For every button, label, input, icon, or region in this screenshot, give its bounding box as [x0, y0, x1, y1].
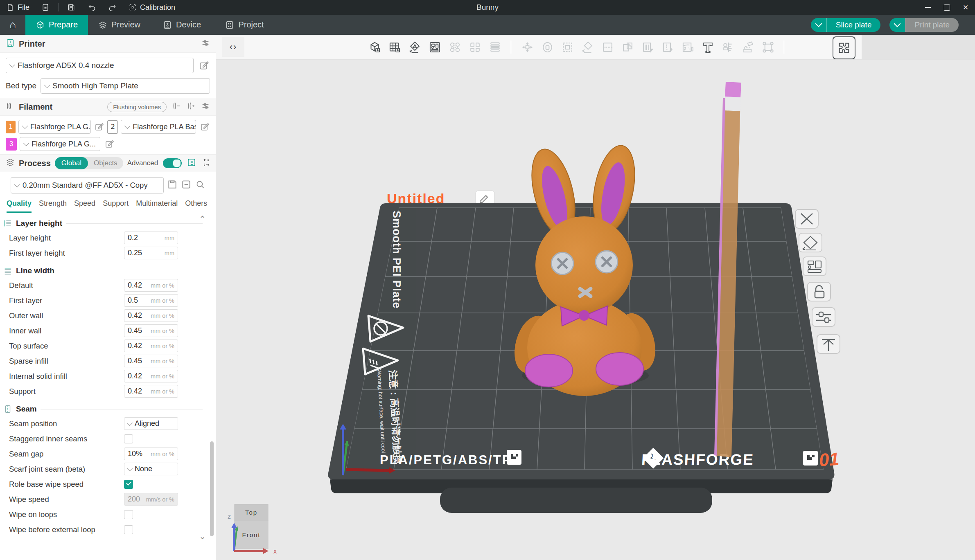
- edit-filament-3-button[interactable]: [103, 138, 115, 150]
- seam-position-select[interactable]: Aligned: [124, 417, 178, 430]
- undo-button[interactable]: [81, 0, 102, 15]
- move-button[interactable]: [520, 40, 535, 54]
- remove-preset-icon[interactable]: [181, 179, 192, 191]
- slice-plate-button[interactable]: Slice plate: [811, 18, 881, 32]
- lock-plate-button[interactable]: [808, 282, 831, 301]
- line-width-support-input[interactable]: 0.42mm or %: [124, 385, 178, 398]
- close-button[interactable]: ✕: [956, 0, 975, 15]
- mirror-button[interactable]: [620, 40, 635, 54]
- scroll-up-caret[interactable]: ⌃: [199, 214, 206, 224]
- layer-height-input[interactable]: 0.2mm: [124, 232, 178, 244]
- home-button[interactable]: ⌂: [0, 15, 25, 35]
- add-object-button[interactable]: [367, 40, 382, 54]
- notes-button[interactable]: [35, 0, 56, 15]
- filament-2-select[interactable]: Flashforge PLA Basic: [121, 120, 196, 134]
- seam-gap-input[interactable]: 10%mm or %: [124, 448, 178, 460]
- filament-1-select[interactable]: Flashforge PLA G...: [18, 120, 91, 134]
- scale-button[interactable]: [560, 40, 575, 54]
- filament-1-swatch[interactable]: 1: [6, 121, 16, 133]
- printer-settings-icon[interactable]: [201, 38, 210, 49]
- filament-2-swatch[interactable]: 2: [107, 120, 118, 134]
- add-filament-icon[interactable]: [186, 101, 196, 112]
- scrollbar-thumb[interactable]: [210, 441, 214, 536]
- tab-strength[interactable]: Strength: [39, 199, 67, 213]
- tab-prepare[interactable]: Prepare: [25, 15, 88, 35]
- delete-plate-button[interactable]: [795, 209, 818, 228]
- line-width-default-input[interactable]: 0.42mm or %: [124, 279, 178, 292]
- rotate-button[interactable]: [540, 40, 555, 54]
- bounding-box-button[interactable]: [761, 40, 775, 54]
- parameter-scroll-area[interactable]: Layer height Layer height 0.2mm First la…: [0, 213, 216, 542]
- seam-paint-button[interactable]: [660, 40, 675, 54]
- wipe-on-loops-checkbox[interactable]: [124, 510, 133, 519]
- tab-project[interactable]: Project: [213, 15, 276, 35]
- compare-presets-icon[interactable]: [201, 157, 211, 169]
- print-dropdown-chevron[interactable]: [889, 18, 905, 32]
- tab-device[interactable]: Device: [151, 15, 213, 35]
- edit-filament-1-button[interactable]: [94, 121, 105, 133]
- tab-speed[interactable]: Speed: [74, 199, 95, 213]
- printer-preset-select[interactable]: Flashforge AD5X 0.4 nozzle: [6, 58, 194, 73]
- support-paint-button[interactable]: [640, 40, 655, 54]
- arrange-plate-button[interactable]: [803, 257, 826, 276]
- bed-type-select[interactable]: Smooth High Temp Plate: [41, 78, 210, 94]
- plate-type-button[interactable]: [833, 36, 855, 59]
- print-plate-button[interactable]: Print plate: [889, 18, 959, 32]
- line-width-internal-solid-input[interactable]: 0.42mm or %: [124, 370, 178, 382]
- line-width-first-layer-input[interactable]: 0.5mm or %: [124, 294, 178, 307]
- slice-dropdown-chevron[interactable]: [811, 18, 826, 32]
- cut-button[interactable]: [600, 40, 615, 54]
- staggered-inner-seams-checkbox[interactable]: [124, 434, 133, 443]
- move-plate-up-button[interactable]: [817, 335, 840, 353]
- orientation-navigator[interactable]: Top Front z x: [228, 504, 277, 555]
- 3d-viewport[interactable]: ‹›: [216, 35, 975, 560]
- minimize-button[interactable]: [919, 0, 937, 15]
- scroll-down-caret[interactable]: ⌄: [199, 531, 206, 541]
- parameter-list-icon[interactable]: [187, 157, 196, 169]
- advanced-toggle[interactable]: [163, 158, 182, 168]
- remove-filament-icon[interactable]: [172, 101, 181, 112]
- edit-printer-button[interactable]: [198, 59, 210, 72]
- search-preset-icon[interactable]: [195, 179, 205, 191]
- edit-filament-2-button[interactable]: [199, 121, 210, 133]
- split-parts-button[interactable]: [467, 40, 482, 54]
- tab-preview[interactable]: Preview: [88, 15, 151, 35]
- file-menu[interactable]: File: [0, 0, 35, 15]
- process-preset-select[interactable]: 0.20mm Standard @FF AD5X - Copy: [11, 177, 164, 193]
- line-width-inner-wall-input[interactable]: 0.45mm or %: [124, 324, 178, 337]
- build-plate-scene[interactable]: Untitled Smooth PEI Plate: [216, 35, 975, 560]
- save-button[interactable]: [61, 0, 81, 15]
- add-plate-button[interactable]: [387, 40, 402, 54]
- plate-settings-button[interactable]: [812, 308, 835, 326]
- split-objects-button[interactable]: [447, 40, 462, 54]
- tab-quality[interactable]: Quality: [7, 199, 32, 213]
- collapse-sidebar-button[interactable]: ‹›: [222, 37, 244, 57]
- segment-global[interactable]: Global: [55, 157, 88, 169]
- flushing-volumes-button[interactable]: Flushing volumes: [107, 102, 167, 112]
- color-paint-button[interactable]: [680, 40, 695, 54]
- first-layer-height-input[interactable]: 0.25mm: [124, 247, 178, 259]
- scarf-joint-seam-select[interactable]: None: [124, 463, 178, 475]
- global-objects-toggle[interactable]: Global Objects: [55, 157, 123, 169]
- segment-objects[interactable]: Objects: [88, 159, 123, 167]
- line-width-top-surface-input[interactable]: 0.42mm or %: [124, 340, 178, 352]
- tab-others[interactable]: Others: [185, 199, 207, 213]
- arrange-button[interactable]: [427, 40, 442, 54]
- assembly-button[interactable]: [740, 40, 755, 54]
- line-width-outer-wall-input[interactable]: 0.42mm or %: [124, 309, 178, 322]
- maximize-button[interactable]: [937, 0, 956, 15]
- lay-on-face-button[interactable]: [580, 40, 595, 54]
- orient-plate-button[interactable]: [799, 233, 822, 252]
- wipe-before-external-loop-checkbox[interactable]: [124, 525, 133, 534]
- filament-3-select[interactable]: Flashforge PLA G...: [20, 137, 100, 151]
- text-tool-button[interactable]: [700, 40, 715, 54]
- save-preset-icon[interactable]: [167, 179, 178, 191]
- measure-button[interactable]: [720, 40, 735, 54]
- redo-button[interactable]: [102, 0, 122, 15]
- filament-3-swatch[interactable]: 3: [6, 138, 17, 151]
- calibration-menu[interactable]: Calibration: [122, 0, 181, 15]
- line-width-sparse-infill-input[interactable]: 0.45mm or %: [124, 355, 178, 367]
- wipe-speed-input[interactable]: 200mm/s or %: [124, 493, 178, 506]
- filament-settings-icon[interactable]: [201, 101, 210, 112]
- tab-multimaterial[interactable]: Multimaterial: [136, 199, 178, 213]
